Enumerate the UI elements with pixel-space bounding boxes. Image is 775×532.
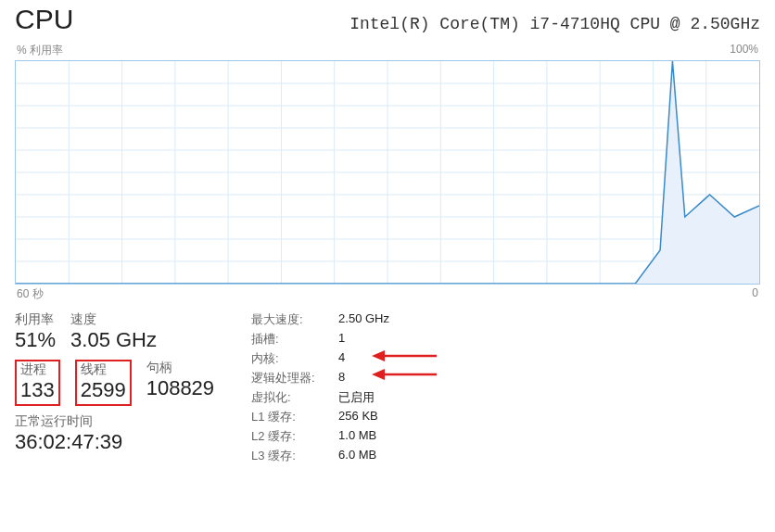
left-stats: 利用率 51% 速度 3.05 GHz 进程 133 线程 2599 句柄 10… [15,311,214,464]
stat-processes-label: 进程 [20,361,55,378]
chart-top-labels: % 利用率 100% [15,43,760,60]
chart-x-min: 0 [752,286,758,302]
detail-sockets-value: 1 [338,331,345,348]
detail-logical: 逻辑处理器: 8 [251,370,389,386]
detail-sockets: 插槽: 1 [251,331,389,348]
stat-speed: 速度 3.05 GHz [70,311,157,352]
stat-handles: 句柄 108829 [146,360,214,400]
chart-y-axis-label: % 利用率 [17,43,63,58]
cpu-model: Intel(R) Core(TM) i7-4710HQ CPU @ 2.50GH… [349,15,760,33]
detail-cores: 内核: 4 [251,350,389,367]
detail-l3-label: L3 缓存: [251,448,338,464]
stat-utilization: 利用率 51% [15,311,56,352]
detail-virtualization-value: 已启用 [338,389,375,406]
detail-cores-label: 内核: [251,350,338,367]
chart-bottom-labels: 60 秒 0 [15,285,760,311]
cpu-chart [15,60,760,285]
stat-uptime: 正常运行时间 36:02:47:39 [15,413,122,454]
detail-sockets-label: 插槽: [251,331,338,348]
right-stats: 最大速度: 2.50 GHz 插槽: 1 内核: 4 逻辑处理器: 8 虚拟化:… [251,311,389,464]
detail-l1-label: L1 缓存: [251,409,338,425]
detail-logical-value: 8 [338,370,345,386]
stat-handles-label: 句柄 [146,360,214,376]
stat-utilization-label: 利用率 [15,311,56,328]
stat-uptime-label: 正常运行时间 [15,413,122,430]
stat-handles-value: 108829 [146,376,214,400]
stat-uptime-value: 36:02:47:39 [15,430,122,454]
stats-section: 利用率 51% 速度 3.05 GHz 进程 133 线程 2599 句柄 10… [15,311,760,464]
page-title: CPU [15,4,73,35]
detail-l1: L1 缓存: 256 KB [251,409,389,425]
stat-threads-label: 线程 [81,361,126,378]
stat-utilization-value: 51% [15,328,56,352]
detail-cores-value: 4 [338,350,345,367]
chart-x-max: 60 秒 [17,286,44,302]
stat-speed-value: 3.05 GHz [70,328,157,352]
chart-y-max: 100% [730,43,758,58]
detail-l2-label: L2 缓存: [251,428,338,445]
stat-threads-highlighted: 线程 2599 [75,360,132,406]
detail-l2-value: 1.0 MB [338,428,376,445]
stat-speed-label: 速度 [70,311,157,328]
detail-l1-value: 256 KB [338,409,378,425]
cpu-chart-svg [16,61,759,284]
detail-virtualization-label: 虚拟化: [251,389,338,406]
detail-l3-value: 6.0 MB [338,448,376,464]
detail-max-speed: 最大速度: 2.50 GHz [251,311,389,328]
header: CPU Intel(R) Core(TM) i7-4710HQ CPU @ 2.… [15,0,760,43]
detail-max-speed-label: 最大速度: [251,311,338,328]
stat-threads-value: 2599 [81,378,126,402]
stat-processes-value: 133 [20,378,55,402]
detail-virtualization: 虚拟化: 已启用 [251,389,389,406]
detail-l3: L3 缓存: 6.0 MB [251,448,389,464]
detail-logical-label: 逻辑处理器: [251,370,338,386]
detail-max-speed-value: 2.50 GHz [338,311,389,328]
stat-processes-highlighted: 进程 133 [15,360,60,406]
detail-l2: L2 缓存: 1.0 MB [251,428,389,445]
